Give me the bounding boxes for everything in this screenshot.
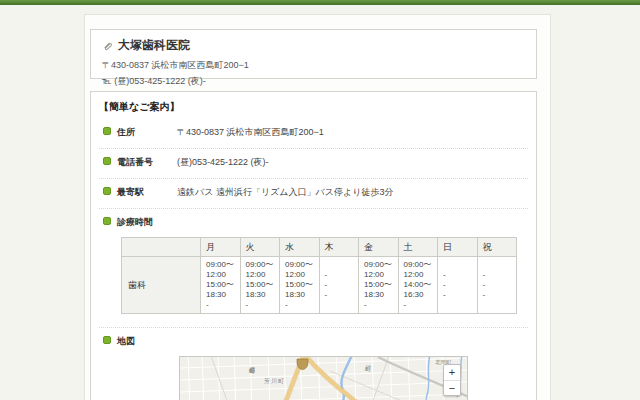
day-header: 水 [280, 238, 320, 257]
schedule-cell: 09:00〜12:0015:00〜18:30- [240, 257, 280, 314]
clinic-address: 〒430-0837 浜松市南区西島町200−1 [102, 59, 525, 72]
top-green-bar [0, 0, 640, 5]
schedule-cell: 09:00〜12:0015:00〜18:30- [280, 257, 320, 314]
schedule-table: 月火水木金土日祝 歯科 09:00〜12:0015:00〜18:30-09:00… [121, 237, 517, 314]
tel-row: 電話番号 (昼)053-425-1222 (夜)- [99, 149, 528, 179]
schedule-cell: --- [438, 257, 478, 314]
schedule-row-label: 歯科 [122, 257, 201, 314]
address-value: 〒430-0837 浜松市南区西島町200−1 [177, 126, 324, 139]
schedule-cell: 09:00〜12:0014:00〜16:30- [398, 257, 438, 314]
station-value: 遠鉄バス 遠州浜行「リズム入口」バス停より徒歩3分 [177, 186, 393, 199]
map-label-yoshikawa: 芳川町 [264, 377, 285, 384]
route-shield-icon [297, 359, 308, 370]
day-header: 金 [359, 238, 399, 257]
day-header: 月 [201, 238, 241, 257]
clinic-header-card: 大塚歯科医院 〒430-0837 浜松市南区西島町200−1 ℡ (昼)053-… [90, 29, 537, 79]
station-label: 最寄駅 [117, 186, 177, 199]
schedule-cell: 09:00〜12:0015:00〜18:30- [359, 257, 399, 314]
map-zoom-controls: + − ▲ [443, 364, 461, 400]
green-square-bullet-icon [103, 157, 111, 165]
map-graphic: 都盛町 芳川町 川町 中央区 老間町 [180, 357, 468, 400]
hours-label: 診療時間 [117, 216, 177, 229]
guide-section-title: 【簡単なご案内】 [99, 97, 528, 119]
schedule-corner-cell [122, 238, 201, 257]
map-canvas[interactable]: 都盛町 芳川町 川町 中央区 老間町 + − ▲ [179, 356, 468, 400]
green-square-bullet-icon [103, 217, 111, 225]
address-label: 住所 [117, 126, 177, 139]
clinic-title: 大塚歯科医院 [118, 37, 190, 54]
day-header: 木 [319, 238, 359, 257]
day-header: 土 [398, 238, 438, 257]
address-row: 住所 〒430-0837 浜松市南区西島町200−1 [99, 119, 528, 149]
map-label: 地図 [117, 335, 177, 348]
station-row: 最寄駅 遠鉄バス 遠州浜行「リズム入口」バス停より徒歩3分 [99, 179, 528, 209]
schedule-header-row: 月火水木金土日祝 [122, 238, 517, 257]
page-container: 大塚歯科医院 〒430-0837 浜松市南区西島町200−1 ℡ (昼)053-… [84, 14, 551, 400]
day-header: 火 [240, 238, 280, 257]
zoom-out-button[interactable]: − [444, 380, 460, 395]
guide-card: 【簡単なご案内】 住所 〒430-0837 浜松市南区西島町200−1 電話番号… [90, 91, 537, 400]
schedule-cell: --- [319, 257, 359, 314]
day-header: 日 [438, 238, 478, 257]
schedule-cell: 09:00〜12:0015:00〜18:30- [201, 257, 241, 314]
schedule-body-row: 歯科 09:00〜12:0015:00〜18:30-09:00〜12:0015:… [122, 257, 517, 314]
paperclip-icon [102, 40, 113, 51]
green-square-bullet-icon [103, 187, 111, 195]
green-square-bullet-icon [103, 336, 111, 344]
tel-label: 電話番号 [117, 156, 177, 169]
schedule-cell: --- [477, 257, 517, 314]
green-square-bullet-icon [103, 127, 111, 135]
day-header: 祝 [477, 238, 517, 257]
hours-row: 診療時間 月火水木金土日祝 歯科 09:00〜12:0015:00〜18:30-… [99, 209, 528, 328]
tel-value: (昼)053-425-1222 (夜)- [177, 156, 269, 169]
map-row: 地図 [99, 328, 528, 400]
zoom-in-button[interactable]: + [444, 365, 460, 380]
clinic-tel: ℡ (昼)053-425-1222 (夜)- [102, 75, 525, 88]
